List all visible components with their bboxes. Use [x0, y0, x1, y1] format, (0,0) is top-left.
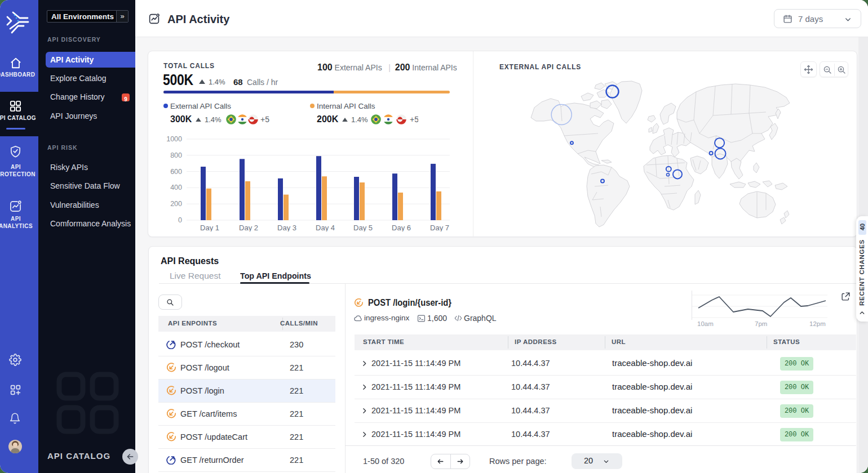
svg-text:400: 400	[170, 184, 182, 191]
svg-text:1000: 1000	[166, 135, 182, 143]
svg-text:Day 6: Day 6	[392, 224, 411, 231]
svg-text:+5: +5	[410, 115, 418, 124]
svg-text:Day 7: Day 7	[430, 224, 449, 231]
svg-text:Day 5: Day 5	[353, 224, 373, 231]
svg-text:200: 200	[170, 200, 182, 208]
svg-text:+5: +5	[260, 115, 269, 124]
svg-text:Day 2: Day 2	[239, 224, 258, 231]
svg-text:Day 4: Day 4	[316, 224, 335, 231]
svg-text:Day 1: Day 1	[200, 224, 219, 231]
svg-text:600: 600	[170, 168, 182, 176]
svg-text:800: 800	[170, 151, 182, 159]
svg-text:Day 3: Day 3	[277, 224, 296, 231]
svg-text:0: 0	[178, 216, 182, 224]
